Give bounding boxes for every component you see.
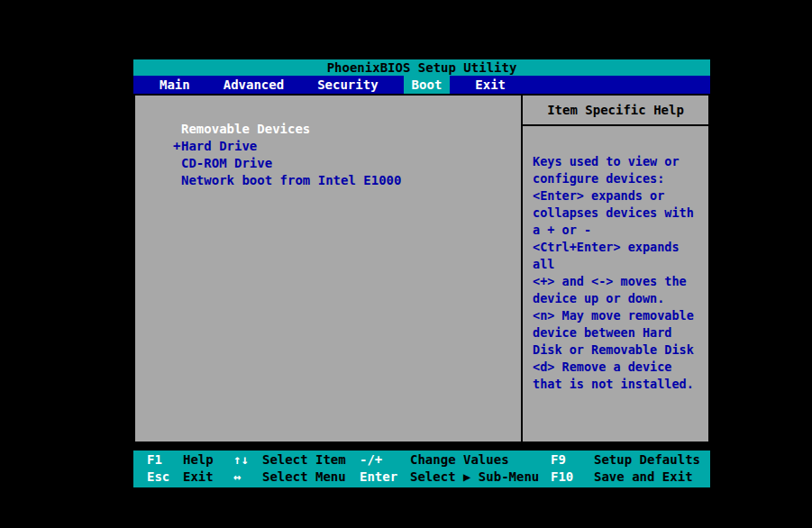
expand-prefix (173, 155, 181, 172)
key-leftright-arrows: ↔ (233, 469, 262, 486)
hint-exit: Exit (183, 469, 233, 486)
boot-item-removable-devices[interactable]: Removable Devices (173, 121, 521, 138)
hint-save-and-exit: Save and Exit (594, 469, 710, 486)
title-bar: PhoenixBIOS Setup Utility (133, 59, 710, 76)
boot-item-label: Removable Devices (181, 121, 310, 138)
tab-exit[interactable]: Exit (467, 76, 514, 94)
boot-item-label: Hard Drive (181, 138, 257, 155)
boot-item-label: Network boot from Intel E1000 (181, 172, 401, 189)
item-specific-help-panel: Item Specific Help Keys used to view or … (521, 96, 708, 442)
key-f9: F9 (551, 451, 594, 469)
key-f10: F10 (551, 469, 594, 486)
key-updown-arrows: ↑↓ (233, 451, 262, 469)
help-title-text: Item Specific Help (547, 103, 684, 117)
key-minus-plus: -/+ (360, 451, 410, 469)
hint-select-menu: Select Menu (262, 469, 360, 486)
hint-setup-defaults: Setup Defaults (594, 451, 710, 469)
tab-security[interactable]: Security (309, 76, 386, 94)
key-f1: F1 (147, 451, 183, 469)
boot-device-list: Removable Devices + Hard Drive CD-ROM Dr… (135, 96, 521, 442)
tab-main[interactable]: Main (151, 76, 198, 94)
menu-bar: Main Advanced Security Boot Exit (133, 76, 710, 94)
tab-boot[interactable]: Boot (404, 76, 451, 94)
help-text: Keys used to view or configure devices: … (523, 126, 708, 393)
key-hint-row-1: F1 Help ↑↓ Select Item -/+ Change Values… (133, 451, 710, 469)
key-hint-bar: F1 Help ↑↓ Select Item -/+ Change Values… (133, 451, 710, 487)
key-enter: Enter (360, 469, 410, 486)
hint-change-values: Change Values (410, 451, 551, 469)
main-panel: Removable Devices + Hard Drive CD-ROM Dr… (133, 94, 710, 443)
page-title: PhoenixBIOS Setup Utility (327, 60, 517, 75)
expand-prefix: + (173, 138, 181, 155)
boot-item-hard-drive[interactable]: + Hard Drive (173, 138, 521, 155)
tab-advanced[interactable]: Advanced (215, 76, 292, 94)
hint-help: Help (183, 451, 233, 469)
hint-select-submenu: Select ▶ Sub-Menu (410, 469, 551, 486)
expand-prefix (173, 172, 181, 189)
boot-item-network-boot[interactable]: Network boot from Intel E1000 (173, 172, 521, 189)
hint-select-item: Select Item (262, 451, 360, 469)
boot-item-cdrom-drive[interactable]: CD-ROM Drive (173, 155, 521, 172)
key-hint-row-2: Esc Exit ↔ Select Menu Enter Select ▶ Su… (133, 469, 710, 486)
boot-item-label: CD-ROM Drive (181, 155, 272, 172)
help-panel-title: Item Specific Help (523, 96, 708, 126)
expand-prefix (173, 121, 181, 138)
bios-setup-screen: PhoenixBIOS Setup Utility Main Advanced … (133, 59, 710, 487)
key-esc: Esc (147, 469, 183, 486)
